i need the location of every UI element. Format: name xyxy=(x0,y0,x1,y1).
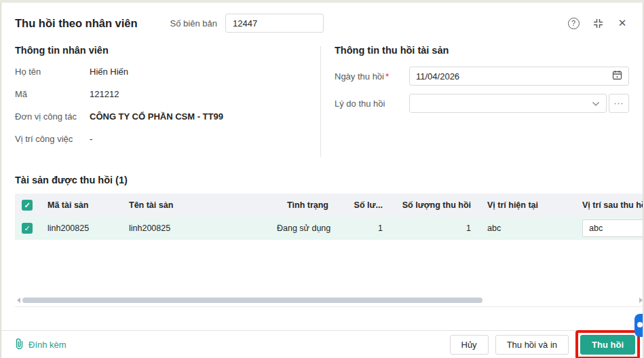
dialog-title: Thu hồi theo nhân viên xyxy=(15,17,138,30)
col-after-location: Vị trí sau thu hồi xyxy=(574,200,643,210)
cell-asset-code: linh200825 xyxy=(39,223,121,233)
field-fullname: Họ tên Hiến Hiến xyxy=(15,67,307,77)
scroll-right-arrow[interactable] xyxy=(639,298,643,303)
after-location-input[interactable] xyxy=(582,219,643,237)
asset-table: ✓ Mã tài sản Tên tài sản Tình trạng Số l… xyxy=(15,194,643,307)
cell-current-location: abc xyxy=(479,223,574,233)
job-position-value: - xyxy=(90,134,92,144)
reason-more-button[interactable]: ··· xyxy=(609,94,629,113)
field-department: Đơn vị công tác CÔNG TY CỔ PHẦN CSM - TT… xyxy=(15,111,307,122)
col-asset-name: Tên tài sản xyxy=(121,200,269,210)
recovery-reason-row: Lý do thu hồi ··· xyxy=(335,94,629,113)
code-label: Mã xyxy=(15,89,90,99)
cancel-button[interactable]: Hủy xyxy=(450,335,489,355)
col-quantity-recovered: Số lượng thu hồi xyxy=(391,200,479,210)
field-code: Mã 121212 xyxy=(15,89,307,99)
close-icon[interactable]: ✕ xyxy=(615,16,629,30)
department-label: Đơn vị công tác xyxy=(15,111,90,122)
recovery-reason-label: Lý do thu hồi xyxy=(335,99,409,109)
dialog-footer: Đính kèm Hủy Thu hồi và in Thu hồi xyxy=(1,330,643,358)
table-header-row: ✓ Mã tài sản Tên tài sản Tình trạng Số l… xyxy=(15,194,643,217)
col-quantity: Số lư... xyxy=(337,200,391,210)
col-status: Tình trạng xyxy=(269,200,337,210)
fullname-label: Họ tên xyxy=(15,67,90,77)
employee-info-panel: Thông tin nhân viên Họ tên Hiến Hiến Mã … xyxy=(15,45,320,165)
chevron-down-icon[interactable] xyxy=(592,97,600,109)
record-number-label: Số biên bản xyxy=(170,18,217,29)
paperclip-icon xyxy=(15,338,24,351)
recovery-reason-select[interactable] xyxy=(409,94,607,113)
recover-and-print-button[interactable]: Thu hồi và in xyxy=(495,335,569,355)
cell-quantity: 1 xyxy=(337,223,391,233)
footer-buttons: Hủy Thu hồi và in Thu hồi xyxy=(450,330,641,358)
scrollbar-track[interactable] xyxy=(22,298,637,303)
recovery-info-heading: Thông tin thu hồi tài sản xyxy=(335,45,629,56)
recover-by-employee-dialog: Thu hồi theo nhân viên Số biên bản ? ✕ T… xyxy=(1,3,643,358)
calendar-icon[interactable] xyxy=(612,70,622,83)
floating-widget-button[interactable] xyxy=(634,314,643,337)
recovery-date-input[interactable] xyxy=(416,71,612,82)
department-value: CÔNG TY CỔ PHẦN CSM - TT99 xyxy=(90,111,223,122)
select-all-cell: ✓ xyxy=(15,200,39,211)
field-job-position: Vị trí công việc - xyxy=(15,134,307,144)
horizontal-scrollbar[interactable] xyxy=(15,297,643,304)
required-mark: * xyxy=(385,71,389,82)
select-all-checkbox[interactable]: ✓ xyxy=(22,200,33,211)
row-select-cell: ✓ xyxy=(15,223,39,234)
info-section: Thông tin nhân viên Họ tên Hiến Hiến Mã … xyxy=(1,33,643,165)
scroll-left-arrow[interactable] xyxy=(17,298,20,303)
record-number-group: Số biên bản xyxy=(170,14,324,33)
col-asset-code: Mã tài sản xyxy=(39,200,121,210)
annotation-highlight-box: Thu hồi xyxy=(575,330,640,358)
record-number-input[interactable] xyxy=(225,14,324,33)
fullname-value: Hiến Hiến xyxy=(90,67,128,77)
recovery-date-picker[interactable] xyxy=(409,67,629,86)
recovery-date-label: Ngày thu hồi* xyxy=(335,71,409,82)
code-value: 121212 xyxy=(90,89,119,99)
recover-button[interactable]: Thu hồi xyxy=(580,335,635,355)
dialog-header: Thu hồi theo nhân viên Số biên bản ? ✕ xyxy=(1,3,643,33)
table-row[interactable]: ✓ linh200825 linh200825 Đang sử dụng 1 1… xyxy=(15,217,643,240)
collapse-icon[interactable] xyxy=(591,16,605,30)
cell-quantity-recovered: 1 xyxy=(391,223,479,233)
cell-asset-name: linh200825 xyxy=(121,223,269,233)
employee-info-heading: Thông tin nhân viên xyxy=(15,45,307,56)
asset-table-heading: Tài sản được thu hồi (1) xyxy=(1,165,643,194)
row-checkbox[interactable]: ✓ xyxy=(22,223,33,234)
attach-label: Đính kèm xyxy=(29,340,67,350)
col-current-location: Vị trí hiện tại xyxy=(479,200,574,210)
header-icons: ? ✕ xyxy=(567,16,629,30)
recovery-info-panel: Thông tin thu hồi tài sản Ngày thu hồi* xyxy=(321,45,629,165)
job-position-label: Vị trí công việc xyxy=(15,134,90,144)
attach-link[interactable]: Đính kèm xyxy=(15,338,67,351)
cell-after-location xyxy=(574,219,643,237)
help-icon[interactable]: ? xyxy=(567,16,580,30)
scrollbar-thumb[interactable] xyxy=(22,298,482,303)
cell-status: Đang sử dụng xyxy=(269,223,337,233)
recovery-date-row: Ngày thu hồi* xyxy=(335,67,629,86)
